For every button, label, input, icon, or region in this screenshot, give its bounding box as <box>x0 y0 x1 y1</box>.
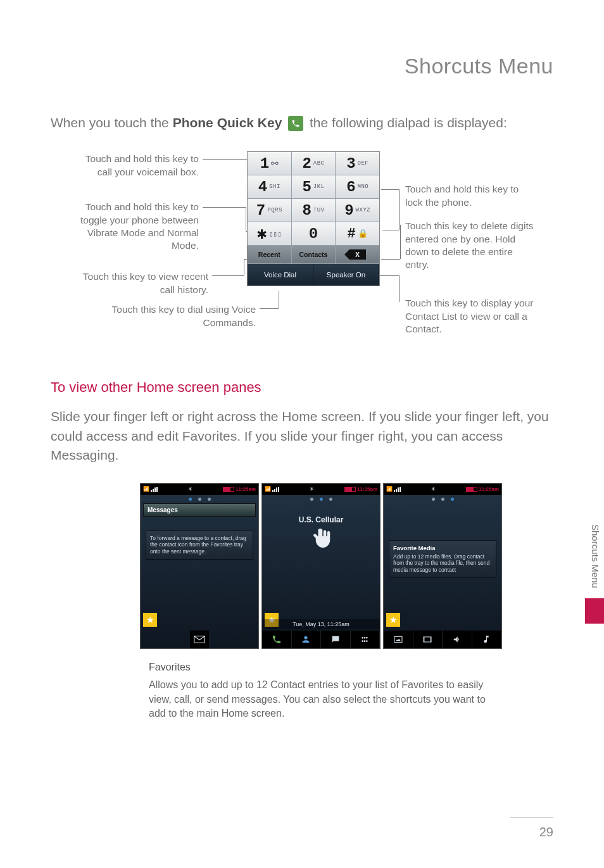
key-letters: GHI <box>269 184 280 190</box>
pane-indicator <box>141 498 258 501</box>
callout-contacts: Touch this key to display your Contact L… <box>405 297 551 335</box>
star-symbol: ✱ <box>257 223 267 244</box>
puzzle-icon: ✳ <box>310 486 314 492</box>
status-bar: 📶 ✳ 11:25am <box>262 484 380 495</box>
bottombar-music[interactable] <box>472 631 502 648</box>
home-screen-triptych: 📶 ✳ 11:25am Messages To forward a messag… <box>51 483 553 649</box>
status-clock: 11:25am <box>479 486 499 492</box>
dialpad-key-hash[interactable]: #🔒 <box>336 222 379 245</box>
pane-indicator <box>384 498 501 501</box>
lock-icon: 🔒 <box>358 229 368 239</box>
favorites-tray-icon[interactable]: ★ <box>143 613 157 627</box>
bottombar-menu[interactable] <box>351 631 381 648</box>
key-letters: WXYZ <box>356 207 371 213</box>
page-number: 29 <box>539 825 553 840</box>
svg-point-0 <box>362 637 364 639</box>
media-bottombar <box>384 631 501 648</box>
hand-icon <box>310 527 332 550</box>
dialpad-key-8[interactable]: 8TUV <box>292 199 336 222</box>
key-digit: 5 <box>302 179 311 196</box>
svg-point-5 <box>366 640 368 642</box>
dialpad-key-1[interactable]: 1⚯ <box>248 152 292 175</box>
bottombar-pictures[interactable] <box>384 631 413 648</box>
screenshot-favorite-media-pane: 📶 ✳ 11:25am Favorite Media Add up to 12 … <box>383 483 502 649</box>
bottombar-messaging[interactable] <box>321 631 351 648</box>
dialpad: 1⚯ 2ABC 3DEF 4GHI 5JKL 6MNO 7PQRS 8TUV 9… <box>247 151 380 286</box>
dialpad-key-2[interactable]: 2ABC <box>292 152 336 175</box>
dialpad-voicedial-button[interactable]: Voice Dial <box>248 264 313 286</box>
bottombar-envelope[interactable] <box>190 631 209 648</box>
home-datetime: Tue, May 13, 11:25am <box>262 619 380 629</box>
battery-time: 11:25am <box>466 486 499 492</box>
key-letters: DEF <box>358 160 369 167</box>
dialpad-key-star[interactable]: ✱▯▯▯ <box>248 222 292 245</box>
messages-header: Messages <box>143 503 256 517</box>
callout-voicemail: Touch and hold this key to call your voi… <box>72 153 199 178</box>
key-digit: 3 <box>346 155 355 172</box>
screenshot-messages-pane: 📶 ✳ 11:25am Messages To forward a messag… <box>140 483 259 649</box>
favorites-tray-icon[interactable]: ★ <box>386 613 400 627</box>
dialpad-backspace-button[interactable]: X <box>336 246 379 263</box>
svg-point-1 <box>364 637 366 639</box>
favorite-media-tip: Favorite Media Add up to 12 media files.… <box>389 540 496 578</box>
signal-icon: 📶 <box>265 486 279 492</box>
vibrate-icon: ▯▯▯ <box>269 230 282 238</box>
dialpad-contacts-button[interactable]: Contacts <box>292 246 336 263</box>
key-digit: 0 <box>309 225 318 242</box>
carrier-logo: U.S. Cellular <box>262 515 380 550</box>
svg-rect-8 <box>424 637 425 642</box>
dialpad-key-3[interactable]: 3DEF <box>336 152 379 175</box>
dialpad-key-6[interactable]: 6MNO <box>336 175 379 198</box>
dialpad-key-4[interactable]: 4GHI <box>248 175 292 198</box>
svg-point-4 <box>364 640 366 642</box>
intro-prefix: When you touch the <box>51 115 173 130</box>
section-heading-home-panes: To view other Home screen panes <box>51 379 553 396</box>
dialpad-key-0[interactable]: 0 <box>292 222 336 245</box>
dialpad-recent-button[interactable]: Recent <box>248 246 292 263</box>
messages-tip: To forward a message to a contact, drag … <box>146 531 253 560</box>
signal-icon: 📶 <box>386 486 401 492</box>
key-digit: 1 <box>260 155 269 172</box>
svg-point-3 <box>362 640 364 642</box>
status-clock: 11:25am <box>357 486 377 492</box>
svg-point-2 <box>366 637 368 639</box>
bottombar-phone[interactable] <box>262 631 292 648</box>
intro-bold: Phone Quick Key <box>173 115 282 130</box>
bottombar-voice[interactable] <box>443 631 472 648</box>
intro-suffix: the following dialpad is displayed: <box>310 115 507 130</box>
signal-icon: 📶 <box>143 486 158 492</box>
key-letters: ABC <box>313 160 325 167</box>
status-clock: 11:25am <box>236 486 256 492</box>
chapter-side-tab: Shorcuts Menu <box>585 519 604 646</box>
intro-paragraph: When you touch the Phone Quick Key the f… <box>51 113 553 132</box>
dialpad-key-7[interactable]: 7PQRS <box>248 199 292 222</box>
key-letters: PQRS <box>267 207 282 213</box>
dialpad-speakeron-button[interactable]: Speaker On <box>313 264 379 286</box>
bottombar-video[interactable] <box>413 631 443 648</box>
side-tab-color <box>585 598 604 624</box>
svg-rect-9 <box>430 637 431 642</box>
key-letters: MNO <box>358 184 369 190</box>
key-digit: 2 <box>302 155 311 172</box>
bottombar-contacts[interactable] <box>292 631 322 648</box>
puzzle-icon: ✳ <box>188 486 192 492</box>
phone-quick-key-icon <box>288 116 303 131</box>
pane-indicator <box>262 498 380 501</box>
svg-rect-6 <box>394 636 402 642</box>
caption-body: Allows you to add up to 12 Contact entri… <box>149 679 486 719</box>
callout-vibrate: Touch and hold this key to toggle your p… <box>66 201 199 252</box>
key-digit: 8 <box>302 202 311 219</box>
dialpad-key-9[interactable]: 9WXYZ <box>336 199 379 222</box>
carrier-text: U.S. Cellular <box>299 515 344 524</box>
key-letters: JKL <box>313 184 325 190</box>
body-text-home-panes: Slide your finger left or right across t… <box>51 407 553 465</box>
key-digit: 6 <box>346 179 355 196</box>
dialpad-key-5[interactable]: 5JKL <box>292 175 336 198</box>
callout-recent: Touch this key to view recent call histo… <box>66 270 208 296</box>
puzzle-icon: ✳ <box>431 486 436 492</box>
screenshot-home-pane: 📶 ✳ 11:25am U.S. Cellular ★ Tue, May 13,… <box>261 483 381 649</box>
battery-time: 11:25am <box>223 486 256 492</box>
status-bar: 📶 ✳ 11:25am <box>141 484 258 495</box>
key-digit: 4 <box>258 179 267 196</box>
key-digit: 7 <box>256 202 265 219</box>
